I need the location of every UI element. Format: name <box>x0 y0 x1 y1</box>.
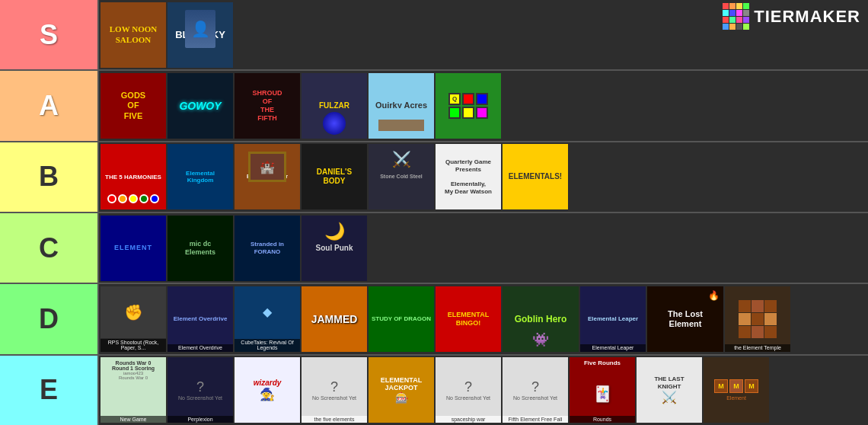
game-card-the-lost[interactable]: The LostElement 🔥 <box>647 286 723 352</box>
logo-text: TIERMAKER <box>754 7 860 27</box>
game-card-new-game[interactable]: Rounds War 0Round 1 Scoring iamoo423Roun… <box>101 357 166 423</box>
tier-label-c: C <box>0 213 99 283</box>
game-card-elementals-excl[interactable]: ELEMENTALS! <box>503 144 568 209</box>
game-card-low-noon[interactable]: LOW NOONSALOON <box>101 2 166 68</box>
game-card-mmm[interactable]: M M M Element <box>704 357 769 423</box>
game-card-quizio[interactable]: Q <box>436 73 501 139</box>
five-elements-title: the five elements <box>302 416 367 423</box>
tier-label-d: D <box>0 284 99 353</box>
tier-row-e: E Rounds War 0Round 1 Scoring iamoo423Ro… <box>0 356 868 425</box>
tiermaker-logo: TIERMAKER <box>723 3 860 30</box>
tier-list: TIERMAKER S LOW NOONSALOON BLUE SKY <box>0 0 868 425</box>
tier-label-e: E <box>0 356 99 425</box>
game-card-daniels-body[interactable]: DANIEL'SBODY <box>302 144 367 209</box>
game-card-mic-elements[interactable]: mic dcElements <box>168 216 233 281</box>
game-card-element-pixel[interactable]: ELEMENT <box>101 216 166 281</box>
game-card-gods-of-five[interactable]: GODSOFFIVE <box>101 73 166 139</box>
tier-label-b: B <box>0 142 99 212</box>
game-card-element-overdrive[interactable]: Element Overdrive Element Overdrive <box>168 286 233 352</box>
five-rounds-title: Rounds <box>570 416 635 423</box>
tier-items-b: THE 5 HARMONIES ElementalKingdom Element… <box>99 142 868 212</box>
fifth-element-title: Fifth Element Free Fall <box>503 416 568 423</box>
game-card-soul-punk[interactable]: Soul Punk 🌙 <box>302 216 367 281</box>
overdrive-title: Element Overdrive <box>168 344 233 352</box>
game-card-jammed[interactable]: JAMMED <box>302 286 367 352</box>
tier-row-d: D ✊ RPS Shootout (Rock, Paper, S... Elem… <box>0 284 868 355</box>
game-card-stone-cold-steel[interactable]: Stone Cold Steel ⚔️ <box>369 144 434 209</box>
game-card-study-dragon[interactable]: STUDY OF DRAGON <box>369 286 434 352</box>
game-card-wizardy[interactable]: wizardy 🧙 <box>235 357 300 423</box>
tier-items-c: ELEMENT mic dcElements Stranded inFORANO… <box>99 213 868 283</box>
game-card-fulzar[interactable]: FULZAR <box>302 73 367 139</box>
game-card-fifth-element-free-fall[interactable]: ? No Screenshot Yet Fifth Element Free F… <box>503 357 568 423</box>
game-card-elemental-bingo[interactable]: ELEMENTALBINGO! <box>436 286 501 352</box>
game-card-the-last-knight[interactable]: THE LASTKNIGHT ⚔️ <box>637 357 702 423</box>
tier-row-c: C ELEMENT mic dcElements Stranded inFORA… <box>0 213 868 284</box>
game-card-element-alcazar[interactable]: Element Alcazar 🏰 <box>235 144 300 209</box>
perplexion-title: Perplexion <box>168 416 233 423</box>
game-card-goblin-hero[interactable]: Goblin Hero 👾 <box>503 286 579 352</box>
tiers-wrapper: S LOW NOONSALOON BLUE SKY 👤 <box>0 0 868 425</box>
game-card-shroud[interactable]: SHROUDOFTHEFIFTH <box>235 73 300 139</box>
tier-items-a: GODSOFFIVE GOWOY SHROUDOFTHEFIFTH FULZAR… <box>99 71 868 140</box>
game-card-rps-shootout[interactable]: ✊ RPS Shootout (Rock, Paper, S... <box>101 286 166 352</box>
tier-label-a: A <box>0 71 99 140</box>
elemental-leaper-title: Elemental Leaper <box>580 344 646 352</box>
element-temple-title: the Element Temple <box>725 344 790 352</box>
game-card-elemental-jackpot[interactable]: ELEMENTALJACKPOT 🎰 <box>369 357 434 423</box>
tier-items-e: Rounds War 0Round 1 Scoring iamoo423Roun… <box>99 356 868 425</box>
game-card-5harmonies[interactable]: THE 5 HARMONIES <box>101 144 166 209</box>
game-card-quirky-acres[interactable]: Quirky Acres <box>369 73 434 139</box>
spaceship-title: spaceship war <box>436 416 501 423</box>
tier-row-b: B THE 5 HARMONIES ElementalKingdom <box>0 142 868 213</box>
game-card-perplexion[interactable]: ? No Screenshot Yet Perplexion <box>168 357 233 423</box>
tier-items-d: ✊ RPS Shootout (Rock, Paper, S... Elemen… <box>99 284 868 353</box>
game-card-gowoy[interactable]: GOWOY <box>168 73 233 139</box>
new-game-title: New Game <box>101 416 166 423</box>
logo-grid <box>723 3 749 30</box>
rps-title: RPS Shootout (Rock, Paper, S... <box>101 339 166 352</box>
game-card-elementally[interactable]: Quarterly Game PresentsElementally,My De… <box>436 144 501 209</box>
game-card-element-temple[interactable]: the Element Temple <box>725 286 790 352</box>
game-card-five-rounds[interactable]: Five Rounds 🃏 Rounds <box>570 357 635 423</box>
game-card-spaceship-war[interactable]: ? No Screenshot Yet spaceship war <box>436 357 501 423</box>
tier-label-s: S <box>0 0 99 69</box>
game-card-blue-sky[interactable]: BLUE SKY 👤 <box>168 2 233 68</box>
tier-row-a: A GODSOFFIVE GOWOY SHROUDOFTHEFIFTH FULZ… <box>0 71 868 142</box>
cubetales-title: CubeTales: Revival Of Legends <box>235 339 300 352</box>
game-card-cubetales[interactable]: ◆ CubeTales: Revival Of Legends <box>235 286 300 352</box>
game-card-stranded-forano[interactable]: Stranded inFORANO <box>235 216 300 281</box>
game-card-elemental-kingdom[interactable]: ElementalKingdom <box>168 144 233 209</box>
game-card-five-elements[interactable]: ? No Screenshot Yet the five elements <box>302 357 367 423</box>
game-card-elemental-leaper[interactable]: Elemental Leaper Elemental Leaper <box>580 286 646 352</box>
